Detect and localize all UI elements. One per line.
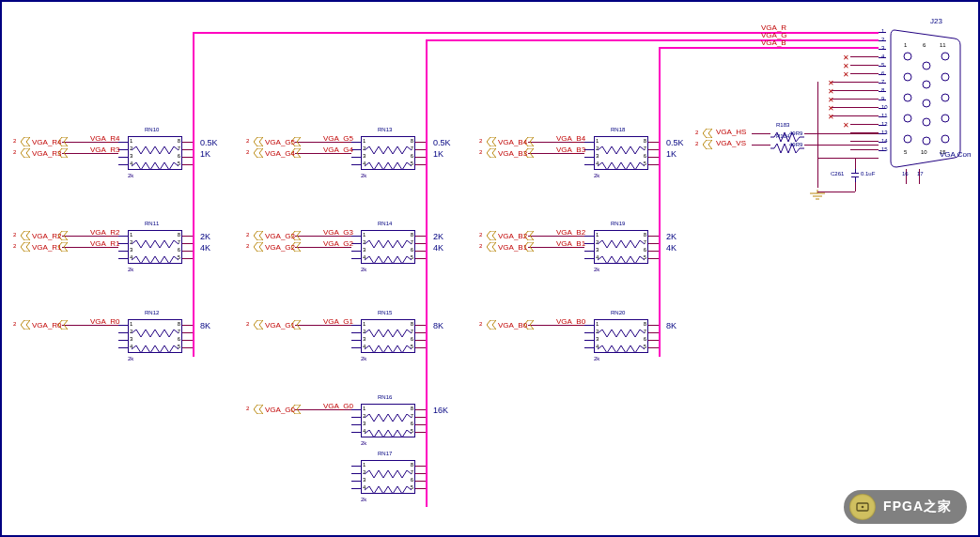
resistor-network: 123487652k <box>594 319 648 353</box>
wire <box>415 258 426 259</box>
wire <box>182 258 193 259</box>
resistor-network: 123487652k <box>128 230 182 264</box>
wire <box>832 107 879 108</box>
svg-marker-7 <box>21 242 30 252</box>
wire <box>182 243 193 244</box>
wire <box>415 340 426 341</box>
port-pin: 2 <box>246 406 249 411</box>
svg-marker-19 <box>254 320 263 330</box>
pin-number: 17 <box>917 171 924 176</box>
bus <box>426 39 428 507</box>
no-connect-icon: ✕ <box>828 115 833 120</box>
net-label: VGA_VS <box>716 139 746 147</box>
wire <box>648 258 659 259</box>
net-label: VGA_B4 <box>556 134 585 143</box>
no-connect-icon: ✕ <box>843 64 848 69</box>
wire <box>648 332 659 333</box>
pin-number: 1 <box>881 28 884 34</box>
resistor-value: 8K <box>666 321 677 330</box>
wire <box>415 417 426 418</box>
port-pin: 2 <box>479 243 482 249</box>
wire <box>415 481 426 482</box>
resistor-network: 123487652k <box>594 230 648 264</box>
refdes: RN12 <box>145 310 159 315</box>
port-pin: 2 <box>246 321 249 327</box>
port-pin: 2 <box>246 149 249 155</box>
value: 49R9 <box>789 142 802 147</box>
svg-marker-13 <box>254 148 263 158</box>
refdes: RN19 <box>611 221 625 226</box>
resistor-network: 123487652k <box>361 136 415 170</box>
wire <box>832 82 879 83</box>
pin-number: 15 <box>881 146 888 152</box>
refdes: RN20 <box>611 310 625 315</box>
capacitor <box>851 169 859 182</box>
wire <box>415 149 426 150</box>
off-page-port-icon <box>703 140 712 149</box>
port-pin: 2 <box>479 321 482 327</box>
wire <box>648 243 659 244</box>
pin-number: 11 <box>881 113 888 118</box>
bus <box>193 32 194 357</box>
wire <box>182 347 193 348</box>
port-label: VGA_R3 <box>32 149 62 158</box>
no-connect-icon: ✕ <box>843 72 848 78</box>
wire <box>182 164 193 165</box>
bus <box>426 39 879 41</box>
port-label: VGA_R2 <box>32 232 62 240</box>
resistor-value: 2K <box>200 232 210 241</box>
wire <box>648 347 659 348</box>
port-label: VGA_B4 <box>498 138 527 146</box>
wire <box>415 488 426 489</box>
wire <box>415 332 426 333</box>
port-label: VGA_B2 <box>498 232 527 240</box>
off-page-port-icon <box>254 320 263 330</box>
pin-number: 8 <box>881 87 884 93</box>
off-page-port-icon <box>487 320 496 330</box>
wire <box>832 90 879 91</box>
net-label: VGA_B <box>761 38 786 47</box>
wire <box>648 236 659 237</box>
wire <box>415 473 426 474</box>
wire <box>832 99 879 100</box>
net-label: VGA_HS <box>716 128 746 136</box>
port-pin: 2 <box>246 232 249 238</box>
pin-number: 13 <box>881 130 888 135</box>
svg-marker-25 <box>487 148 496 158</box>
svg-marker-33 <box>703 140 712 149</box>
port-label: VGA_B0 <box>498 321 527 330</box>
no-connect-icon: ✕ <box>828 81 833 86</box>
wire <box>415 243 426 244</box>
refdes: RN13 <box>378 127 392 132</box>
pin-number: 3 <box>881 45 884 51</box>
off-page-port-icon <box>254 405 263 414</box>
gnd-icon <box>810 188 825 199</box>
off-page-port-icon <box>487 148 496 158</box>
svg-marker-29 <box>487 242 496 252</box>
port-label: VGA_R4 <box>32 138 62 146</box>
port-pin: 2 <box>13 243 16 249</box>
pin-number: 14 <box>881 138 888 144</box>
net-label: VGA_R4 <box>90 134 120 143</box>
off-page-port-icon <box>21 231 30 240</box>
port-label: VGA_B1 <box>498 243 527 252</box>
wire <box>804 133 879 134</box>
wire <box>648 325 659 326</box>
no-connect-icon: ✕ <box>828 106 833 112</box>
port-pin: 2 <box>13 138 16 144</box>
wire <box>850 65 879 66</box>
wire <box>182 332 193 333</box>
wire <box>182 251 193 252</box>
pin-number: 6 <box>881 70 884 76</box>
port-pin: 2 <box>13 149 16 155</box>
port-pin: 2 <box>695 130 698 135</box>
net-label: VGA_B3 <box>556 146 585 154</box>
resistor-network: 123487652k <box>128 319 182 353</box>
off-page-port-icon <box>21 137 30 146</box>
svg-marker-3 <box>21 148 30 158</box>
off-page-port-icon <box>254 242 263 252</box>
resistor-value: 0.5K <box>666 138 684 147</box>
svg-marker-17 <box>254 242 263 252</box>
wire <box>850 73 879 74</box>
resistor-value: 16K <box>433 406 448 415</box>
